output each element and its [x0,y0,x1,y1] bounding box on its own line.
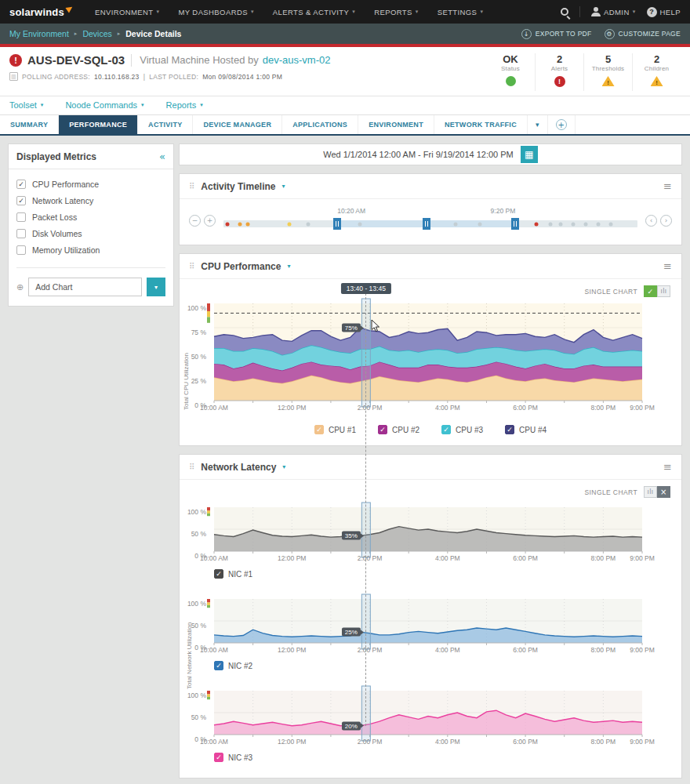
stat-alerts[interactable]: 2 Alerts ! [535,53,583,91]
chart-plot[interactable]: 13:40 - 13:4575% [214,303,642,401]
export-to-pdf-button[interactable]: ↓ EXPORT TO PDF [521,29,592,39]
panel-caret-icon[interactable]: ▾ [287,263,290,270]
y-tick-label: 50 % [191,530,206,538]
nav-settings[interactable]: SETTINGS▾ [438,8,484,16]
tab-environment[interactable]: ENVIRONMENT [358,115,434,134]
timeline-selection-handle[interactable] [511,218,519,230]
search-icon [561,8,568,16]
breadcrumb-devices[interactable]: Devices [82,29,111,38]
panel-title: Network Latency [201,462,276,473]
nic2-chart[interactable]: 100 %50 %0 %25%10:00 AM12:00 PM2:00 PM4:… [180,599,681,656]
tab-network-traffic[interactable]: NETWORK TRAFFIC [434,115,528,134]
tab-activity[interactable]: ACTIVITY [138,115,193,134]
metric-memory-utilization[interactable]: ✓ Memory Utilization [16,241,165,258]
nic1-chart[interactable]: 100 %50 %0 %35%10:00 AM12:00 PM2:00 PM4:… [180,507,681,564]
drag-handle-icon[interactable]: ⠿ [189,463,194,471]
nav-my-dashboards[interactable]: MY DASHBOARDS▾ [178,8,253,16]
legend-checkbox[interactable]: ✓ [214,753,223,762]
timeline-track[interactable] [223,220,637,227]
tab-applications[interactable]: APPLICATIONS [282,115,358,134]
toolset-menu[interactable]: Toolset▾ [9,100,43,110]
timeline-event-dot [307,222,310,226]
metric-disk-volumes[interactable]: ✓ Disk Volumes [16,225,165,241]
customize-page-button[interactable]: ⚙ CUSTOMIZE PAGE [605,29,681,39]
checkbox[interactable]: ✓ [16,229,26,238]
legend-checkbox[interactable]: ✓ [441,425,451,434]
x-tick-label: 12:00 PM [278,404,306,412]
timeline-prev-button[interactable]: ‹ [645,215,657,227]
warning-triangle-icon: ! [651,76,663,86]
timeline-zoom-out-button[interactable]: − [189,215,201,227]
legend-item[interactable]: ✓CPU #4 [505,425,547,434]
stat-thresholds[interactable]: 5 Thresholds ! [583,53,632,91]
legend-item[interactable]: ✓CPU #2 [378,425,419,434]
polling-address-label: POLLING ADDRESS: [22,73,90,81]
chart-plot[interactable]: 20% [214,691,642,735]
tab-performance[interactable]: PERFORMANCE [59,115,138,134]
help-menu[interactable]: ? HELP [647,7,681,17]
breadcrumb-device-details: Device Details [125,29,181,38]
tab-device-manager[interactable]: DEVICE MANAGER [193,115,282,134]
nav-alerts-activity[interactable]: ALERTS & ACTIVITY▾ [273,8,355,16]
legend-checkbox[interactable]: ✓ [505,425,514,434]
nic3-chart[interactable]: 100 %50 %0 %20%10:00 AM12:00 PM2:00 PM4:… [180,691,681,748]
timeline-event-dot [245,222,249,226]
stat-status[interactable]: OK Status [486,53,535,91]
chart-plot[interactable]: 25% [214,599,642,643]
panel-menu-icon[interactable]: ≡ [663,461,672,473]
metric-label: CPU Performance [32,180,99,189]
metric-cpu-performance[interactable]: ✓ CPU Performance [16,176,165,192]
stat-children[interactable]: 2 Children ! [632,53,681,91]
legend-item[interactable]: ✓NIC #2 [214,661,252,670]
panel-caret-icon[interactable]: ▾ [282,463,285,470]
legend-item[interactable]: ✓NIC #1 [214,569,252,579]
drag-handle-icon[interactable]: ⠿ [189,262,194,270]
calendar-button[interactable]: ▦ [521,146,538,163]
solarwinds-logo[interactable]: solarwinds [9,6,73,18]
add-chart-select[interactable]: Add Chart [28,278,142,296]
cpu-performance-chart[interactable]: 100 %75 %50 %25 %0 %13:40 - 13:4575%10:0… [180,303,681,414]
checkbox[interactable]: ✓ [16,196,26,205]
legend-checkbox[interactable]: ✓ [214,569,223,579]
timeline-event-dot [584,222,588,226]
breadcrumb-my-environment[interactable]: My Environment [9,29,69,38]
drag-handle-icon[interactable]: ⠿ [189,182,194,191]
timeline-next-button[interactable]: › [660,215,672,227]
tabs-overflow-button[interactable]: ▾ [528,115,548,134]
checkbox[interactable]: ✓ [16,212,26,222]
search-button[interactable] [561,8,568,16]
user-icon [591,7,601,16]
checkbox[interactable]: ✓ [16,180,26,189]
reports-menu[interactable]: Reports▾ [166,100,203,110]
legend-checkbox[interactable]: ✓ [314,425,324,434]
metric-network-latency[interactable]: ✓ Network Latency [16,192,165,209]
legend-checkbox[interactable]: ✓ [214,661,223,670]
help-icon: ? [647,7,657,17]
legend-checkbox[interactable]: ✓ [378,425,387,434]
host-link[interactable]: dev-aus-vm-02 [263,54,331,66]
legend-item[interactable]: ✓CPU #1 [314,425,356,434]
x-tick-label: 2:00 PM [358,404,383,412]
add-tab-button[interactable]: + [548,115,576,134]
timeline-cluster-marker[interactable] [423,218,430,230]
collapse-sidebar-button[interactable]: « [159,151,165,162]
top-nav: solarwinds ENVIRONMENT▾ MY DASHBOARDS▾ A… [0,0,690,24]
legend-item[interactable]: ✓CPU #3 [441,425,483,434]
panel-caret-icon[interactable]: ▾ [281,183,285,190]
timeline-zoom-in-button[interactable]: + [204,215,216,227]
add-chart-dropdown-button[interactable]: ▾ [147,278,165,296]
checkbox[interactable]: ✓ [16,245,26,255]
tab-summary[interactable]: SUMMARY [0,115,59,134]
nav-reports[interactable]: REPORTS▾ [374,8,418,16]
node-commands-menu[interactable]: Noode Commands▾ [65,100,143,110]
chart-plot[interactable]: 35% [214,507,642,551]
admin-menu[interactable]: ADMIN ▾ [591,7,636,16]
nav-environment[interactable]: ENVIRONMENT▾ [95,8,160,16]
single-chart-toggle[interactable]: ✓ ılı [644,285,670,297]
timeline-selection-handle[interactable] [333,218,341,230]
panel-menu-icon[interactable]: ≡ [663,180,672,192]
panel-menu-icon[interactable]: ≡ [663,260,672,272]
legend-item[interactable]: ✓NIC #3 [214,753,252,762]
metric-packet-loss[interactable]: ✓ Packet Loss [16,209,165,225]
single-chart-toggle[interactable]: ılı × [644,486,670,498]
